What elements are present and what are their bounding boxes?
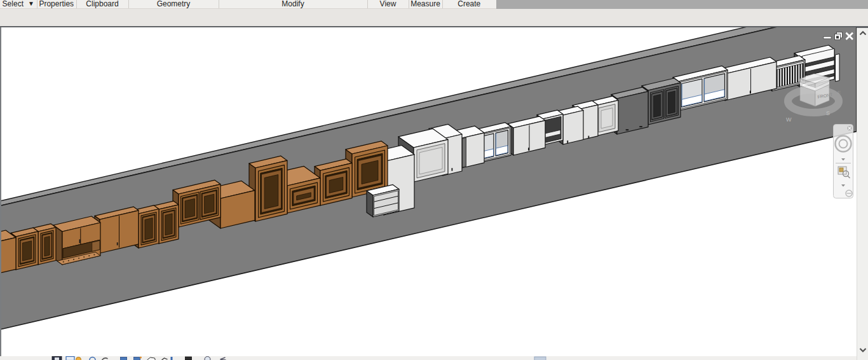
svg-text:E: E bbox=[837, 90, 841, 95]
svg-text:S: S bbox=[826, 110, 830, 116]
svg-text:W: W bbox=[786, 116, 792, 123]
